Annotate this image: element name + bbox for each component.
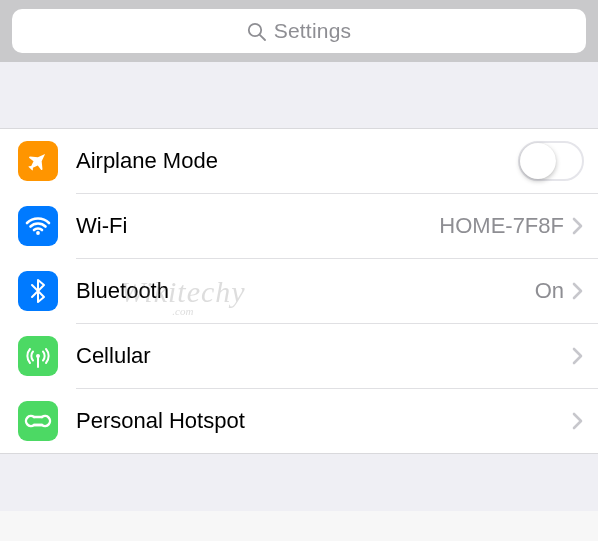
chevron-right-icon	[572, 217, 584, 235]
settings-list: Airplane Mode Wi-Fi HOME-7F8F Bluetooth …	[0, 129, 598, 453]
row-label: Bluetooth	[76, 278, 535, 304]
row-label: Airplane Mode	[76, 148, 518, 174]
row-label: Cellular	[76, 343, 572, 369]
row-personal-hotspot[interactable]: Personal Hotspot	[0, 389, 598, 453]
svg-point-2	[36, 231, 40, 235]
bluetooth-status-value: On	[535, 278, 564, 304]
cellular-icon	[18, 336, 58, 376]
chevron-right-icon	[572, 412, 584, 430]
bluetooth-icon	[18, 271, 58, 311]
row-airplane-mode[interactable]: Airplane Mode	[0, 129, 598, 193]
row-cellular[interactable]: Cellular	[0, 324, 598, 388]
search-bar[interactable]: Settings	[12, 9, 586, 53]
chevron-right-icon	[572, 282, 584, 300]
row-label: Wi-Fi	[76, 213, 439, 239]
chevron-right-icon	[572, 347, 584, 365]
search-placeholder: Settings	[274, 19, 351, 43]
section-spacer-bottom	[0, 453, 598, 511]
row-wifi[interactable]: Wi-Fi HOME-7F8F	[0, 194, 598, 258]
toggle-knob	[520, 143, 556, 179]
wifi-network-value: HOME-7F8F	[439, 213, 564, 239]
hotspot-icon	[18, 401, 58, 441]
airplane-toggle[interactable]	[518, 141, 584, 181]
row-label: Personal Hotspot	[76, 408, 572, 434]
row-bluetooth[interactable]: Bluetooth On	[0, 259, 598, 323]
section-spacer	[0, 62, 598, 129]
svg-line-1	[260, 34, 265, 39]
search-bar-container: Settings	[0, 0, 598, 62]
search-icon	[247, 22, 266, 41]
airplane-icon	[18, 141, 58, 181]
wifi-icon	[18, 206, 58, 246]
